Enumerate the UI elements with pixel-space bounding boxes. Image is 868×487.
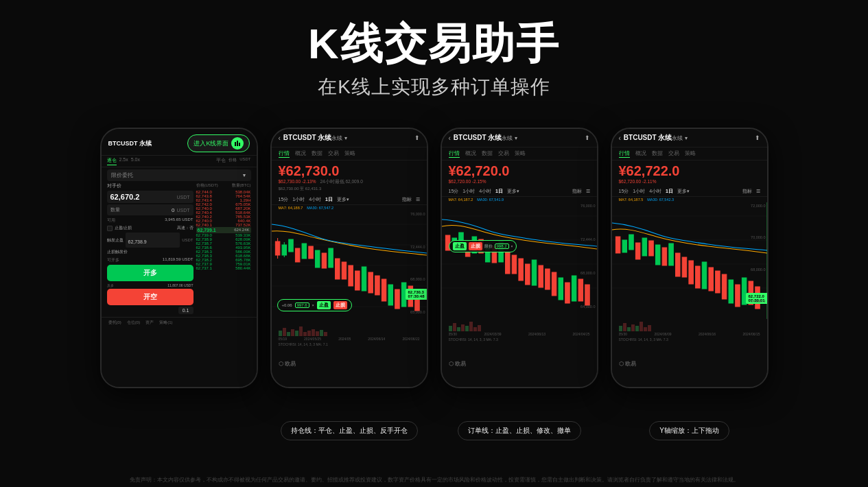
nav-overview[interactable]: 概况 bbox=[295, 150, 306, 158]
p3-nav-strategy[interactable]: 策略 bbox=[515, 150, 526, 158]
p3-tf-1h[interactable]: 1小时 bbox=[462, 188, 475, 195]
svg-rect-29 bbox=[401, 283, 406, 307]
p4-vol-6 bbox=[640, 322, 643, 331]
p3-tf-1d[interactable]: 1日 bbox=[495, 188, 503, 195]
p4-vol-2 bbox=[623, 323, 626, 331]
price-input[interactable]: 62,670.2 USDT bbox=[107, 191, 193, 203]
p4-nav-overview[interactable]: 概况 bbox=[635, 150, 646, 158]
tab-assets[interactable]: 资产 bbox=[145, 320, 154, 326]
p3-share-icon[interactable]: ⬆ bbox=[585, 134, 590, 141]
tab-positions[interactable]: 仓位(0) bbox=[127, 320, 140, 326]
tab-50x[interactable]: 5.0x bbox=[131, 157, 140, 165]
nav-market[interactable]: 行情 bbox=[279, 150, 290, 158]
svg-rect-19 bbox=[335, 259, 339, 279]
y-axis-drag-line[interactable] bbox=[766, 202, 767, 319]
svg-rect-73 bbox=[688, 261, 692, 284]
p4-tf-4h[interactable]: 4小时 bbox=[649, 188, 661, 195]
nav-data[interactable]: 数据 bbox=[312, 150, 322, 158]
p3-tf-15m[interactable]: 15分 bbox=[449, 188, 459, 195]
p4-tf-settings[interactable]: ☰ bbox=[756, 189, 760, 194]
stop-loss-checkbox[interactable] bbox=[107, 226, 113, 231]
qty-value: 0 bbox=[172, 207, 174, 213]
tf-1d[interactable]: 1日 bbox=[325, 196, 333, 203]
p1-right-prices: 价格(USDT) 数量(BTC) 62,744.0538.04K 62,743.… bbox=[196, 182, 251, 316]
phone2-screen: ‹ BTCUSDT 永续 永续 ▾ ⬆ 行情 概况 数据 交易 策略 bbox=[272, 129, 427, 387]
p3-tf-settings[interactable]: ☰ bbox=[586, 189, 590, 194]
svg-rect-79 bbox=[729, 280, 733, 303]
hero-title: K线交易助手 bbox=[0, 21, 868, 67]
pos-stop-btn[interactable]: 止损 bbox=[333, 301, 347, 309]
svg-rect-21 bbox=[348, 265, 352, 286]
trigger-input[interactable]: 62,738.9 bbox=[126, 233, 180, 248]
usdt-unit: USDT bbox=[176, 195, 189, 200]
nav-strategy[interactable]: 策略 bbox=[344, 150, 355, 158]
p4-tf-1d[interactable]: 1日 bbox=[666, 188, 673, 195]
svg-rect-81 bbox=[742, 278, 746, 305]
enter-kline-btn[interactable]: 进入K线界面 bbox=[187, 134, 249, 152]
tf-settings[interactable]: ☰ bbox=[416, 197, 420, 202]
order-type-label: 限价委托 bbox=[111, 171, 133, 179]
dropdown-arrow-icon: ▼ bbox=[242, 173, 247, 178]
svg-rect-68 bbox=[655, 245, 659, 265]
order-type-row[interactable]: 限价委托 ▼ bbox=[107, 169, 251, 181]
open-short-btn[interactable]: 开空 bbox=[107, 289, 193, 305]
p3-ma7: MA7: 64,187.2 bbox=[449, 198, 473, 202]
p2-logo: ⬡ 欧易 bbox=[279, 360, 296, 368]
svg-rect-49 bbox=[532, 260, 536, 285]
svg-rect-69 bbox=[662, 248, 666, 265]
phones-container: BTCUSDT 永续 进入K线界面 逐仓 2.5x 5.0x 平仓 价格 bbox=[0, 114, 868, 440]
p3-vol-7 bbox=[473, 327, 477, 331]
order-stop-profit[interactable]: 止盈 bbox=[453, 242, 467, 250]
p3-nav-overview[interactable]: 概况 bbox=[465, 150, 476, 158]
pos-price: 997.6 bbox=[295, 302, 309, 308]
trigger-val: 62,738.9 bbox=[128, 239, 147, 244]
p4-tf-15m[interactable]: 15分 bbox=[619, 188, 629, 195]
order-x: × bbox=[511, 244, 513, 248]
p3-big-price: ¥62,720.0 bbox=[449, 163, 510, 178]
p4-tf-indicators[interactable]: 指标 bbox=[742, 188, 752, 195]
back-arrow-icon[interactable]: ‹ bbox=[279, 134, 281, 142]
p3-nav-data[interactable]: 数据 bbox=[482, 150, 493, 158]
tf-15m[interactable]: 15分 bbox=[279, 196, 289, 203]
p3-back-arrow[interactable]: ‹ bbox=[449, 134, 451, 142]
svg-rect-62 bbox=[615, 237, 620, 253]
p4-tf-more[interactable]: 更多▾ bbox=[677, 188, 690, 195]
p3-tf-4h[interactable]: 4小时 bbox=[479, 188, 491, 195]
tab-25x[interactable]: 2.5x bbox=[119, 157, 128, 165]
tab-long[interactable]: 逐仓 bbox=[107, 157, 117, 165]
svg-rect-16 bbox=[315, 250, 319, 268]
p4-pl-1: 72,000.0 bbox=[751, 204, 765, 208]
p3-tf-more[interactable]: 更多▾ bbox=[507, 188, 519, 195]
tab-strategy[interactable]: 策略(1) bbox=[159, 320, 172, 326]
p4-nav-trade[interactable]: 交易 bbox=[668, 150, 679, 158]
price-label: 价格 bbox=[228, 157, 237, 165]
open-long-btn[interactable]: 开多 bbox=[107, 265, 193, 281]
trigger-label: 触发止盈 bbox=[107, 237, 124, 244]
nav-trade[interactable]: 交易 bbox=[328, 150, 339, 158]
tf-indicators[interactable]: 指标 bbox=[402, 196, 412, 203]
p3-tf-indicators[interactable]: 指标 bbox=[572, 188, 582, 195]
tf-more[interactable]: 更多▾ bbox=[337, 196, 349, 203]
svg-rect-18 bbox=[328, 248, 332, 268]
tf-4h[interactable]: 4小时 bbox=[309, 196, 321, 203]
p3-nav-trade[interactable]: 交易 bbox=[498, 150, 509, 158]
p4-type: 永续 ▾ bbox=[672, 134, 687, 142]
p4-nav-data[interactable]: 数据 bbox=[652, 150, 663, 158]
p3-nav-market[interactable]: 行情 bbox=[449, 150, 460, 158]
max-val: 11,819.59 USDT bbox=[163, 257, 193, 263]
p3-indicator: STOCHRSI: 14, 14, 3, 3 MA: 7.3 bbox=[442, 337, 597, 342]
qty-stepper[interactable]: 0.1 bbox=[178, 307, 193, 314]
svg-rect-27 bbox=[388, 285, 392, 305]
order-stop-loss[interactable]: 止损 bbox=[469, 242, 482, 250]
p4-nav-market[interactable]: 行情 bbox=[619, 150, 630, 158]
share-icon[interactable]: ⬆ bbox=[414, 134, 420, 141]
tf-1h[interactable]: 1小时 bbox=[292, 196, 305, 203]
p4-nav-strategy[interactable]: 策略 bbox=[685, 150, 696, 158]
p4-back-arrow[interactable]: ‹ bbox=[619, 134, 621, 142]
svg-rect-72 bbox=[682, 257, 686, 277]
qty-input[interactable]: 数量 0 USDT bbox=[107, 204, 193, 215]
p4-tf-1h[interactable]: 1小时 bbox=[633, 188, 645, 195]
pos-flat-btn[interactable]: 止盈 bbox=[317, 301, 331, 309]
p4-share-icon[interactable]: ⬆ bbox=[755, 134, 760, 141]
tab-orders[interactable]: 委托(0) bbox=[108, 320, 121, 326]
